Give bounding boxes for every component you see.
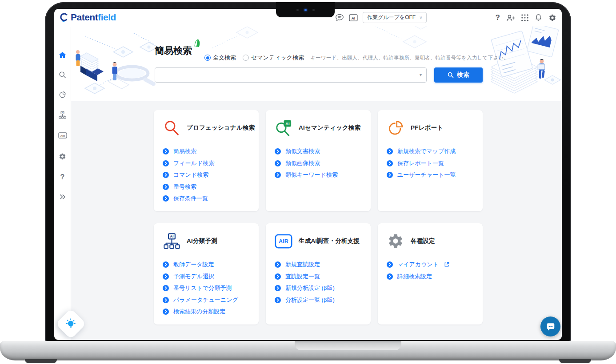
settings-gear-icon[interactable] <box>548 14 556 22</box>
patentfield-logo[interactable]: Patentfield <box>59 12 116 23</box>
card-link-professional-search-4[interactable]: 保存条件一覧 <box>163 193 252 205</box>
card-link-label: 新規検索でマップ作成 <box>397 147 456 155</box>
sidebar-expand-icon[interactable] <box>54 194 71 200</box>
svg-text:AI: AI <box>285 121 289 126</box>
chat-support-fab[interactable] <box>540 317 560 336</box>
card-link-ai-semantic-search-0[interactable]: 類似文書検索 <box>275 146 364 158</box>
card-title: 各種設定 <box>411 237 435 245</box>
card-link-pf-report-1[interactable]: 保存レポート一覧 <box>387 158 476 170</box>
card-link-label: 新規査読設定 <box>285 261 320 269</box>
card-link-label: 簡易検索 <box>173 147 196 155</box>
card-link-genai-support-1[interactable]: 査読設定一覧 <box>275 271 364 283</box>
chat-feedback-icon[interactable] <box>335 14 344 21</box>
card-link-label: 予測モデル選択 <box>173 273 214 281</box>
card-link-professional-search-1[interactable]: フィールド検索 <box>163 158 252 170</box>
card-link-label: フィールド検索 <box>173 159 214 167</box>
circle-arrow-icon <box>163 285 169 291</box>
magnifier-red-icon <box>163 120 180 136</box>
card-link-ai-classification-3[interactable]: パラメータチューニング <box>163 294 252 306</box>
card-link-pf-report-0[interactable]: 新規検索でマップ作成 <box>387 146 476 158</box>
radio-semantic[interactable] <box>243 55 249 61</box>
sidebar-search-icon[interactable] <box>54 71 71 79</box>
notifications-bell-icon[interactable] <box>535 14 542 21</box>
svg-text:AI: AI <box>62 111 64 114</box>
sidebar-air-icon[interactable]: AIR <box>54 132 71 138</box>
card-link-ai-semantic-search-2[interactable]: 類似キーワード検索 <box>275 169 364 181</box>
sidebar-home-icon[interactable] <box>54 51 71 59</box>
card-title: 生成AI調査・分析支援 <box>299 237 360 245</box>
card-link-label: コマンド検索 <box>173 171 208 179</box>
card-pf-report: PFレポート 新規検索でマップ作成 保存レポート一覧 ユーザーチャート一覧 <box>378 110 483 211</box>
pie-chart-orange-icon <box>387 119 404 136</box>
card-title: プロフェッショナル検索 <box>187 124 255 132</box>
radio-fulltext-label[interactable]: 全文検索 <box>213 54 236 62</box>
card-link-professional-search-3[interactable]: 番号検索 <box>163 181 252 193</box>
circle-arrow-icon <box>163 273 169 280</box>
simple-search-input[interactable] <box>155 68 426 82</box>
workgroup-dropdown[interactable]: 作業グループをOFF ∨ <box>363 12 427 23</box>
card-header: プロフェッショナル検索 <box>163 119 252 137</box>
sidebar-report-pie-icon[interactable] <box>54 91 71 99</box>
card-link-ai-classification-2[interactable]: 番号リストで分類予測 <box>163 282 252 294</box>
search-helper-text: キーワード、出願人、代理人、特許事務所、発明者、特許番号等を入力して下さい。 <box>310 55 509 61</box>
radio-semantic-label[interactable]: セマンティック検索 <box>251 54 304 62</box>
card-link-ai-classification-0[interactable]: 教師データ設定 <box>163 259 252 271</box>
card-link-professional-search-2[interactable]: コマンド検索 <box>163 169 252 181</box>
circle-arrow-icon <box>275 148 281 154</box>
card-links: 新規検索でマップ作成 保存レポート一覧 ユーザーチャート一覧 <box>387 146 476 181</box>
logo-text: Patentfield <box>71 12 116 23</box>
laptop-foot-right <box>559 359 591 363</box>
card-link-pf-report-2[interactable]: ユーザーチャート一覧 <box>387 169 476 181</box>
lightbulb-icon <box>62 315 80 332</box>
add-user-icon[interactable] <box>506 14 515 21</box>
svg-text:AI: AI <box>170 234 173 238</box>
search-button[interactable]: 検索 <box>434 67 483 83</box>
card-link-ai-classification-4[interactable]: 検索結果の分類設定 <box>163 306 252 318</box>
illustration-tiles-mid-left <box>211 22 260 51</box>
card-link-genai-support-2[interactable]: 新規分析設定 (β版) <box>275 282 364 294</box>
card-title: PFレポート <box>411 124 443 132</box>
card-header: AI AI分類予測 <box>163 232 252 250</box>
apps-grid-icon[interactable] <box>521 14 528 21</box>
card-link-label: パラメータチューニング <box>173 296 238 304</box>
card-link-settings-1[interactable]: 詳細検索設定 <box>387 271 476 283</box>
card-link-genai-support-0[interactable]: 新規査読設定 <box>275 259 364 271</box>
card-link-ai-classification-1[interactable]: 予測モデル選択 <box>163 271 252 283</box>
card-header: AI AIセマンティック検索 <box>275 119 364 137</box>
circle-arrow-icon <box>275 273 281 280</box>
radio-fulltext[interactable] <box>204 55 211 61</box>
circle-arrow-icon <box>163 297 169 303</box>
search-box: ▾ <box>155 67 427 83</box>
chevron-down-icon: ∨ <box>419 15 422 20</box>
sidebar-ai-classification-icon[interactable]: AI <box>54 111 71 119</box>
chat-bubble-icon <box>546 322 556 332</box>
card-ai-semantic-search: AI AIセマンティック検索 類似文書検索 類似画像検索 類似キーワード検索 <box>266 110 371 211</box>
card-link-label: マイアカウント <box>397 261 439 269</box>
circle-arrow-icon <box>387 160 393 166</box>
notch-dot-right <box>312 9 315 11</box>
sidebar-settings-gear-icon[interactable] <box>54 153 71 160</box>
card-link-label: 番号リストで分類予測 <box>173 284 232 292</box>
circle-arrow-icon <box>275 160 281 166</box>
card-links: 類似文書検索 類似画像検索 類似キーワード検索 <box>275 146 364 181</box>
help-icon[interactable]: ? <box>496 13 500 22</box>
circle-arrow-icon <box>163 184 169 190</box>
search-button-magnifier-icon <box>448 72 454 78</box>
card-link-label: 保存条件一覧 <box>173 194 208 202</box>
ai-assistant-icon[interactable]: AI <box>349 14 358 21</box>
external-link-icon <box>444 262 449 267</box>
card-link-genai-support-3[interactable]: 分析設定一覧 (β版) <box>275 294 364 306</box>
logo-mark-icon <box>59 12 69 23</box>
card-link-settings-0[interactable]: マイアカウント <box>387 259 476 271</box>
card-links: 新規査読設定 査読設定一覧 新規分析設定 (β版) 分析設定一覧 (β版) <box>275 259 364 306</box>
sidebar-help-icon[interactable]: ? <box>54 173 71 181</box>
laptop-base-notch <box>295 341 401 350</box>
card-link-ai-semantic-search-1[interactable]: 類似画像検索 <box>275 158 364 170</box>
search-button-label: 検索 <box>457 71 469 79</box>
card-professional-search: プロフェッショナル検索 簡易検索 フィールド検索 コマンド検索 番号検索 保存条… <box>154 110 259 211</box>
card-links: 教師データ設定 予測モデル選択 番号リストで分類予測 パラメータチューニング 検… <box>163 259 252 318</box>
workgroup-label: 作業グループをOFF <box>367 14 416 21</box>
laptop-foot-left <box>25 359 57 363</box>
circle-arrow-icon <box>163 148 169 154</box>
card-link-professional-search-0[interactable]: 簡易検索 <box>163 146 252 158</box>
